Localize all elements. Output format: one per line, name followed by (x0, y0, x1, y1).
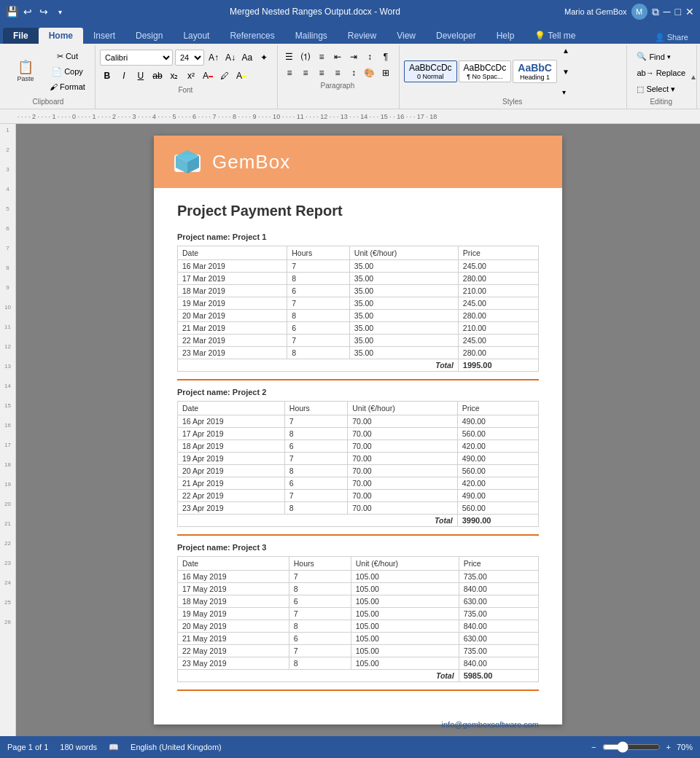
table-row: 22 May 20197105.00735.00 (178, 645, 539, 657)
project-2-total-label: Total (178, 515, 458, 527)
find-button[interactable]: 🔍 Find ▾ (631, 50, 691, 63)
table-row: 21 May 20196105.00630.00 (178, 633, 539, 645)
style-heading1[interactable]: AaBbC Heading 1 (513, 60, 557, 83)
col-price-1: Price (458, 246, 538, 260)
table-row: 22 Mar 2019735.00245.00 (178, 335, 539, 347)
col-date-1: Date (178, 246, 287, 260)
superscript-button[interactable]: x² (184, 69, 198, 83)
font-label: Font (100, 86, 271, 95)
cut-button[interactable]: ✂ Cut (46, 50, 89, 63)
editing-label: Editing (631, 98, 691, 107)
restore-icon[interactable]: ⧉ (652, 6, 659, 18)
bold-button[interactable]: B (100, 69, 114, 83)
numbering-button[interactable]: ⑴ (298, 50, 313, 64)
project-1-total-value: 1995.00 (458, 359, 538, 372)
underline-button[interactable]: U (133, 69, 148, 83)
styles-scroll-up[interactable]: ▲ (562, 47, 569, 55)
ruler: · · · · 2 · · · · 1 · · · · 0 · · · · 1 … (0, 109, 700, 124)
tab-help[interactable]: Help (486, 28, 525, 44)
select-button[interactable]: ⬚ Select ▾ (631, 82, 691, 96)
clear-format-button[interactable]: ✦ (257, 50, 271, 65)
tab-references[interactable]: References (219, 28, 284, 44)
border-button[interactable]: ⊞ (378, 66, 393, 80)
tab-developer[interactable]: Developer (426, 28, 486, 44)
show-formatting-button[interactable]: ¶ (378, 50, 393, 64)
subscript-button[interactable]: x₂ (167, 69, 182, 83)
window-title: Merged Nested Ranges Output.docx - Word (66, 7, 564, 17)
status-right: − + 70% (591, 741, 693, 753)
paste-icon: 📋 (18, 60, 34, 74)
shading-button[interactable]: A▬ (234, 69, 249, 83)
highlight-button[interactable]: 🖊 (217, 69, 232, 83)
shading-para-button[interactable]: 🎨 (362, 66, 377, 80)
paste-button[interactable]: 📋 Paste (7, 52, 44, 91)
tab-insert[interactable]: Insert (83, 28, 125, 44)
decrease-indent-button[interactable]: ⇤ (330, 50, 345, 64)
share-button[interactable]: 👤 Share (649, 31, 694, 44)
align-right-button[interactable]: ≡ (314, 66, 329, 80)
redo-icon[interactable]: ↪ (38, 6, 50, 17)
line-spacing-button[interactable]: ↕ (346, 66, 361, 80)
tab-review[interactable]: Review (338, 28, 386, 44)
zoom-slider[interactable] (602, 741, 661, 753)
zoom-level: 70% (677, 743, 693, 751)
shrink-font-button[interactable]: A↓ (223, 50, 238, 65)
style-normal[interactable]: AaBbCcDc 0 Normal (404, 60, 457, 82)
sort-button[interactable]: ↕ (362, 50, 377, 64)
tab-design[interactable]: Design (125, 28, 173, 44)
undo-icon[interactable]: ↩ (22, 6, 34, 17)
table-row: 17 Apr 2019870.00560.00 (178, 428, 539, 440)
tab-layout[interactable]: Layout (173, 28, 219, 44)
font-color-button[interactable]: A▬ (201, 69, 215, 83)
maximize-icon[interactable]: □ (675, 6, 681, 17)
col-unit-1: Unit (€/hour) (349, 246, 458, 260)
styles-scroll-down[interactable]: ▼ (562, 68, 569, 76)
zoom-out-button[interactable]: − (591, 743, 596, 751)
align-center-button[interactable]: ≡ (298, 66, 313, 80)
paragraph-label: Paragraph (282, 82, 393, 91)
bullets-button[interactable]: ☰ (282, 50, 297, 64)
word-count: 180 words (60, 743, 97, 751)
styles-more[interactable]: ▾ (562, 88, 569, 96)
gembox-logo (171, 146, 203, 178)
font-size-select[interactable]: 24 11 12 (175, 50, 204, 66)
grow-font-button[interactable]: A↑ (206, 50, 221, 65)
project-3-total-value: 5985.00 (459, 670, 538, 682)
copy-button[interactable]: 📄 Copy (46, 65, 89, 79)
save-icon[interactable]: 💾 (6, 6, 18, 17)
style-no-spacing[interactable]: AaBbCcDc ¶ No Spac... (459, 60, 512, 82)
close-icon[interactable]: ✕ (685, 6, 694, 17)
customize-qat-icon[interactable]: ▾ (54, 6, 66, 17)
divider-1 (177, 379, 539, 380)
tab-mailings[interactable]: Mailings (285, 28, 338, 44)
ribbon-collapse-button[interactable]: ▲ (690, 72, 697, 80)
col-date-2: Date (178, 402, 285, 415)
strikethrough-button[interactable]: ab (150, 69, 165, 83)
titlebar: 💾 ↩ ↪ ▾ Merged Nested Ranges Output.docx… (0, 0, 700, 23)
justify-button[interactable]: ≡ (330, 66, 345, 80)
zoom-in-button[interactable]: + (666, 743, 671, 751)
col-unit-2: Unit (€/hour) (348, 402, 457, 415)
multilevel-button[interactable]: ≡ (314, 50, 329, 64)
project-2-table: Date Hours Unit (€/hour) Price 16 Apr 20… (177, 401, 539, 527)
table-row: 16 May 20197105.00735.00 (178, 571, 539, 583)
font-name-select[interactable]: Calibri (100, 50, 173, 66)
format-painter-button[interactable]: 🖌 Format (46, 80, 89, 93)
table-row: 19 Apr 2019770.00490.00 (178, 453, 539, 465)
tab-tell-me[interactable]: 💡 Tell me (524, 28, 586, 44)
italic-button[interactable]: I (117, 69, 131, 83)
replace-button[interactable]: ab→ Replace (631, 66, 691, 79)
minimize-icon[interactable]: ─ (664, 6, 671, 17)
table-row: 16 Apr 2019770.00490.00 (178, 415, 539, 428)
tab-view[interactable]: View (386, 28, 426, 44)
user-avatar[interactable]: M (631, 4, 648, 20)
align-left-button[interactable]: ≡ (282, 66, 297, 80)
project-3-label: Project name: Project 3 (177, 543, 539, 552)
case-button[interactable]: Aa (240, 50, 254, 65)
table-row: 16 Mar 2019735.00245.00 (178, 260, 539, 273)
document-area[interactable]: GemBox Project Payment Report Project na… (16, 124, 700, 736)
tab-home[interactable]: Home (39, 28, 83, 44)
tab-file[interactable]: File (3, 28, 39, 44)
col-price-2: Price (457, 402, 538, 415)
increase-indent-button[interactable]: ⇥ (346, 50, 361, 64)
